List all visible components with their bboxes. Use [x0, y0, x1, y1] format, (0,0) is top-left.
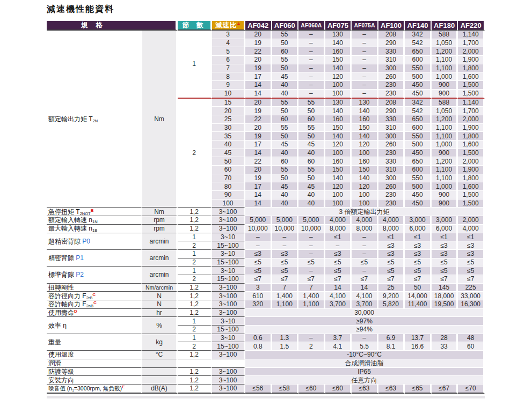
table-header-row: 規 格節 數減速比AAF042AF060AF060AAF075AF075AAF1…	[47, 21, 485, 31]
value-cell: 40	[298, 149, 325, 158]
value-cell: ≤5	[325, 258, 352, 267]
value-cell: ≤5	[325, 267, 352, 275]
ratio-cell: 15~100	[212, 258, 245, 267]
value-cell: 18,000	[432, 292, 458, 300]
table-row: 標準背隙 P2arcmin13~10≤5≤5–≤5–≤5≤5≤5≤5	[47, 267, 485, 275]
spec-label-cell: 潤滑	[47, 359, 142, 368]
spec-label-cell: 額定輸出力矩 T2N	[47, 31, 142, 208]
ratio-cell: 15~100	[212, 241, 245, 250]
unit-cell: arcmin	[142, 250, 178, 267]
unit-cell: N	[142, 300, 178, 309]
value-cell: 1,100	[272, 300, 299, 309]
value-cell: 6.9	[378, 334, 405, 343]
spec-label-cell: 重量	[47, 334, 142, 351]
value-cell: 14	[245, 81, 272, 90]
value-cell: 25	[378, 284, 405, 292]
value-cell: 450	[405, 191, 432, 200]
value-cell: 45	[298, 141, 325, 149]
value-cell: 60	[272, 47, 299, 56]
table-body: 額定輸出力矩 T2NNm132055–130–2083425881,140419…	[47, 31, 485, 394]
value-cell: 1,400	[298, 292, 325, 300]
value-cell: 20	[245, 99, 272, 107]
stage-cell: 1	[178, 334, 212, 343]
value-cell: 4,000	[378, 216, 405, 225]
value-cell: 1,100	[432, 124, 458, 132]
value-cell: ≤3	[432, 250, 458, 258]
unit-cell: rpm	[142, 216, 178, 225]
value-cell: ≤1	[325, 233, 352, 242]
value-cell: 310	[378, 56, 405, 64]
value-cell: –	[272, 233, 299, 242]
value-cell: 1,800	[458, 64, 485, 73]
value-cell: 160	[325, 157, 352, 166]
unit-cell: N	[142, 292, 178, 300]
value-cell: 140	[325, 64, 352, 73]
value-cell: 14	[325, 284, 352, 292]
value-cell: 140	[325, 39, 352, 48]
value-cell: 130	[325, 31, 352, 39]
stage-cell: 1,2	[178, 225, 212, 233]
value-cell: –	[352, 72, 378, 81]
table-row: 額定輸入轉速 n1Nrpm1,23~1005,0005,0005,0004,00…	[47, 216, 485, 225]
value-cell: 330	[378, 47, 405, 56]
value-cell: 22	[245, 115, 272, 124]
value-cell: 6,000	[432, 225, 458, 233]
value-cell: 260	[378, 182, 405, 191]
value-cell: 300	[378, 132, 405, 141]
stage-cell: 1,2	[178, 368, 212, 376]
table-row: 效率 η%13~10≥97%	[47, 317, 485, 326]
value-cell: 260	[378, 72, 405, 81]
table-row: 使用溫度°C1,23~100-10°C~90°C	[47, 351, 485, 359]
value-cell: –	[352, 90, 378, 99]
value-cell: ≤3	[432, 241, 458, 250]
value-cell: 588	[432, 31, 458, 39]
value-cell: 230	[378, 90, 405, 99]
value-cell: 225	[458, 284, 485, 292]
value-cell: ≤7	[378, 275, 405, 284]
ratio-cell: 50	[212, 157, 245, 166]
stage-cell: 2	[178, 99, 212, 208]
value-cell: 1.3	[272, 334, 299, 343]
stage-cell: 1,2	[178, 351, 212, 359]
value-cell: 4,000	[325, 216, 352, 225]
value-cell: 100	[352, 191, 378, 200]
merged-value-cell: 30,000	[245, 309, 485, 317]
value-cell: 320	[245, 300, 272, 309]
value-cell: 40	[272, 149, 299, 158]
value-cell: ≤7	[432, 275, 458, 284]
spec-label-cell: 精密背隙 P1	[47, 250, 142, 267]
value-cell: 160	[352, 115, 378, 124]
stage-cell: 1	[178, 31, 212, 99]
value-cell: 17	[245, 72, 272, 81]
value-cell: 1,100	[432, 56, 458, 64]
value-cell: ≤1	[378, 233, 405, 242]
table-row: 急停扭矩 T2NOTBNm1,23~1003 倍額定輸出力矩	[47, 208, 485, 216]
stage-cell: 1,2	[178, 300, 212, 309]
value-cell: 160	[352, 157, 378, 166]
value-cell: 1,000	[432, 72, 458, 81]
value-cell: 140	[352, 132, 378, 141]
value-cell: 1,100	[432, 166, 458, 174]
value-cell: 33,000	[458, 292, 485, 300]
model-header: AF075	[325, 21, 352, 31]
value-cell: 1,050	[432, 107, 458, 115]
unit-cell: Nm/arcmin	[142, 284, 178, 292]
value-cell: –	[272, 241, 299, 250]
stage-cell: 1,2	[178, 208, 212, 216]
value-cell: 28	[432, 334, 458, 343]
stage-cell	[178, 359, 212, 368]
table-row: 精密背隙 P1arcmin13~10≤3≤3–≤3–≤3≤3≤3≤3	[47, 250, 485, 258]
value-cell: 120	[352, 182, 378, 191]
ratio-cell: 3	[212, 31, 245, 39]
unit-cell: hr	[142, 309, 178, 317]
value-cell: ≤1	[432, 233, 458, 242]
stage-cell: 1,2	[178, 284, 212, 292]
value-cell: 40	[272, 191, 299, 200]
value-cell: 450	[405, 90, 432, 99]
value-cell: 1,200	[432, 115, 458, 124]
value-cell: 14	[245, 191, 272, 200]
table-row: 容許軸向力 F2aBCN1,23~1003201,1001,1003,7003,…	[47, 300, 485, 309]
unit-cell: arcmin	[142, 233, 178, 250]
value-cell: 14	[352, 284, 378, 292]
value-cell: 1,100	[298, 300, 325, 309]
